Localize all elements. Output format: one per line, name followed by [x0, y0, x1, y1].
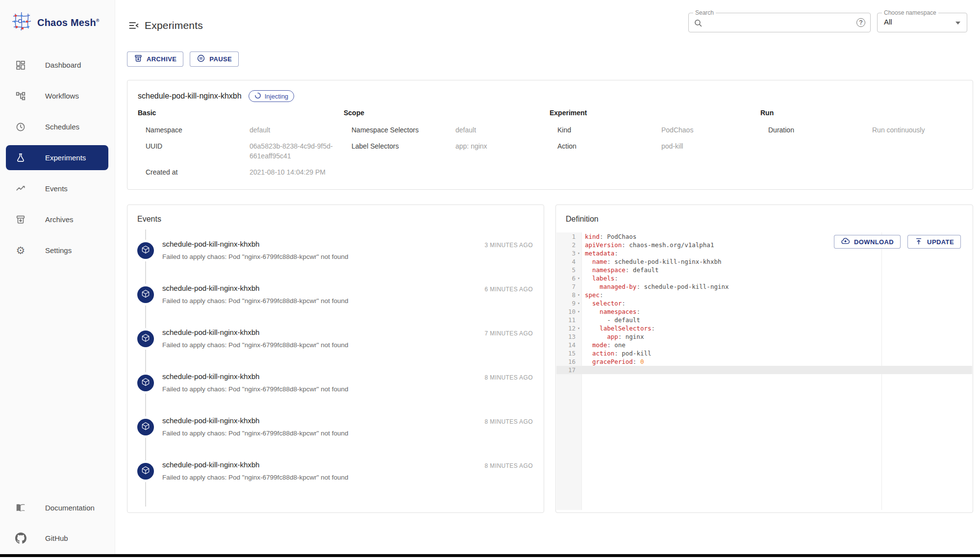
fold-caret-icon[interactable]: ▾: [576, 299, 582, 307]
section-title: Experiment: [550, 109, 745, 117]
sidebar-item-events[interactable]: Events: [0, 173, 115, 204]
event-marker: [137, 331, 154, 347]
search-input[interactable]: [706, 14, 849, 31]
dashboard-icon: [15, 59, 26, 71]
event-message: Failed to apply chaos: Pod "nginx-6799fc…: [162, 297, 534, 305]
trend-line-icon: [15, 183, 26, 195]
event-timestamp: 8 MINUTES AGO: [484, 462, 533, 469]
pause-button[interactable]: PAUSE: [190, 51, 239, 67]
help-icon[interactable]: ?: [856, 18, 865, 27]
event-item: schedule-pod-kill-nginx-khxbh Failed to …: [137, 406, 534, 450]
event-message: Failed to apply chaos: Pod "nginx-6799fc…: [162, 253, 534, 260]
detail-label: Label Selectors: [352, 141, 455, 151]
detail-row: Actionpod-kill: [557, 141, 745, 151]
fold-caret-icon[interactable]: ▾: [576, 291, 582, 299]
event-body: schedule-pod-kill-nginx-khxbh Failed to …: [162, 362, 534, 406]
line-number: 3: [572, 249, 576, 257]
cube-icon: [141, 245, 151, 256]
events-card: Events schedule-pod-kill-nginx-khxbh Fai…: [127, 204, 544, 513]
status-label: Injecting: [265, 93, 288, 100]
gear-icon: ⚙: [15, 245, 26, 256]
line-number: 4: [572, 257, 576, 266]
event-item: schedule-pod-kill-nginx-khxbh Failed to …: [137, 229, 534, 274]
sidebar-item-label: Archives: [45, 215, 74, 224]
sidebar-item-label: Experiments: [45, 153, 86, 162]
event-item: schedule-pod-kill-nginx-khxbh Failed to …: [137, 318, 534, 362]
fold-caret-icon[interactable]: ▾: [576, 274, 582, 282]
detail-value: 2021-08-10 14:04:29 PM: [250, 167, 333, 177]
sidebar-item-workflows[interactable]: Workflows: [0, 80, 115, 111]
update-button[interactable]: UPDATE: [907, 235, 961, 249]
sidebar-item-label: Schedules: [45, 123, 79, 131]
line-number: 6: [572, 274, 576, 282]
status-badge: Injecting: [249, 90, 294, 102]
event-marker: [137, 242, 154, 259]
detail-label: Action: [557, 141, 661, 151]
code-line: 16 gracePeriod: 0: [556, 357, 972, 366]
detail-value: default: [250, 125, 333, 135]
experiment-name: schedule-pod-kill-nginx-khxbh: [138, 92, 242, 101]
event-marker: [137, 463, 154, 480]
fold-caret-icon[interactable]: ▾: [576, 307, 582, 316]
events-timeline: schedule-pod-kill-nginx-khxbh Failed to …: [137, 229, 534, 508]
namespace-select[interactable]: Choose namespace All: [877, 13, 967, 32]
download-button[interactable]: DOWNLOAD: [834, 235, 901, 249]
event-message: Failed to apply chaos: Pod "nginx-6799fc…: [162, 430, 534, 437]
event-message: Failed to apply chaos: Pod "nginx-6799fc…: [162, 474, 534, 481]
cube-icon: [141, 377, 151, 389]
detail-row: Created at2021-08-10 14:04:29 PM: [146, 167, 333, 177]
event-body: schedule-pod-kill-nginx-khxbh Failed to …: [162, 229, 534, 274]
event-name: schedule-pod-kill-nginx-khxbh: [162, 372, 534, 381]
spinner-icon: [254, 92, 261, 101]
sidebar-item-schedules[interactable]: Schedules: [0, 111, 115, 142]
sidebar-item-dashboard[interactable]: Dashboard: [0, 50, 115, 80]
sidebar-item-settings[interactable]: ⚙Settings: [0, 235, 115, 266]
brand-name: Chaos Mesh®: [37, 17, 100, 28]
detail-label: Kind: [557, 125, 661, 135]
detail-label: Namespace Selectors: [352, 125, 455, 135]
yaml-editor[interactable]: 1kind: PodChaos2apiVersion: chaos-mesh.o…: [556, 232, 972, 510]
line-number: 7: [572, 282, 576, 291]
fold-caret-icon[interactable]: ▾: [576, 324, 582, 332]
section-title: Basic: [138, 109, 333, 117]
timeline-rail: [137, 406, 154, 450]
fold-caret-icon[interactable]: ▾: [576, 249, 582, 257]
logo[interactable]: Chaos Mesh®: [11, 11, 100, 34]
sidebar-item-documentation[interactable]: Documentation: [0, 492, 115, 523]
detail-row: Namespacedefault: [146, 125, 333, 135]
definition-title: Definition: [566, 215, 599, 224]
registered-mark: ®: [96, 18, 100, 23]
sidebar-item-github[interactable]: GitHub: [0, 523, 115, 553]
event-timestamp: 6 MINUTES AGO: [484, 286, 533, 293]
code-line: 14 mode: one: [556, 341, 972, 349]
collapse-sidebar-icon[interactable]: [128, 20, 140, 31]
namespace-select-label: Choose namespace: [882, 9, 938, 16]
timeline-rail: [137, 229, 154, 274]
sidebar-item-experiments[interactable]: Experiments: [0, 142, 115, 173]
sidebar-item-label: Dashboard: [45, 61, 81, 69]
cube-icon: [141, 465, 151, 477]
sidebar: Chaos Mesh® DashboardWorkflowsSchedulesE…: [0, 0, 115, 557]
line-number: 5: [572, 266, 576, 274]
bottom-bar: [0, 554, 980, 557]
toolbar: ARCHIVE PAUSE: [127, 51, 239, 67]
overview-section-scope: ScopeNamespace SelectorsdefaultLabel Sel…: [344, 109, 539, 157]
app-root: Chaos Mesh® DashboardWorkflowsSchedulesE…: [0, 0, 980, 557]
line-number: 8: [572, 291, 576, 299]
archive-button[interactable]: ARCHIVE: [127, 51, 183, 67]
github-icon: [15, 532, 26, 544]
line-number: 13: [568, 332, 576, 341]
overview-section-run: RunDurationRun continuously: [760, 109, 955, 141]
detail-row: KindPodChaos: [557, 125, 745, 135]
code-line: 3▾metadata:: [556, 249, 972, 257]
line-number: 14: [568, 341, 576, 349]
line-number: 10: [568, 307, 576, 316]
event-timestamp: 3 MINUTES AGO: [484, 242, 533, 249]
definition-card: Definition 1kind: PodChaos2apiVersion: c…: [555, 204, 973, 513]
sidebar-item-archives[interactable]: Archives: [0, 204, 115, 235]
code-line: 10▾ namespaces:: [556, 307, 972, 316]
publish-upload-icon: [914, 237, 923, 247]
overview-section-basic: BasicNamespacedefaultUUID06a5823b-8238-4…: [138, 109, 333, 183]
chaos-mesh-logo-icon: [11, 11, 32, 34]
detail-label: Duration: [768, 125, 872, 135]
